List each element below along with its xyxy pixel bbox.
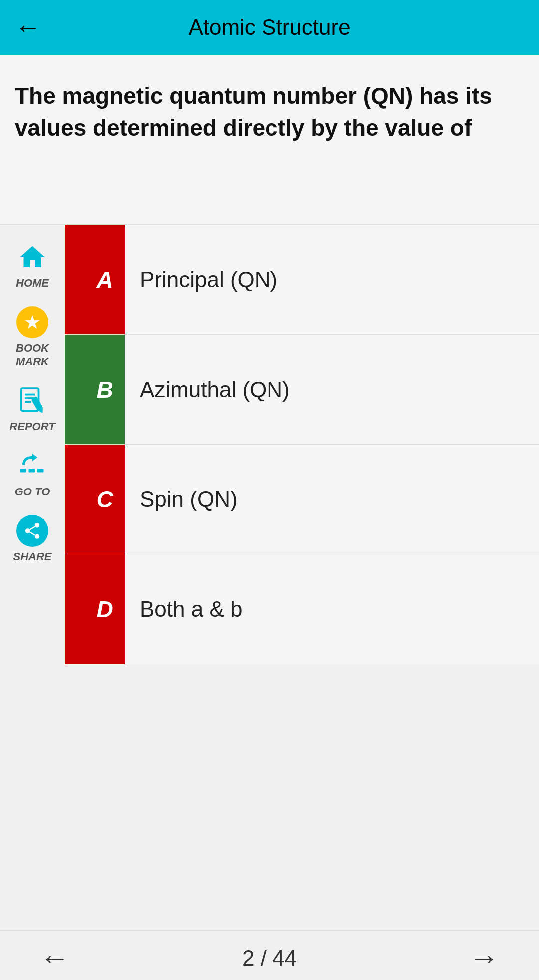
share-icon [15, 513, 50, 548]
sidebar-report-label: REPORT [9, 420, 55, 433]
back-button[interactable]: ← [15, 14, 41, 40]
option-row-a[interactable]: A Principal (QN) [65, 225, 539, 335]
option-bar-d [65, 554, 85, 664]
svg-rect-6 [20, 469, 26, 473]
sidebar-item-bookmark[interactable]: ★ BOOK MARK [0, 300, 65, 373]
sidebar-item-report[interactable]: REPORT [0, 378, 65, 438]
option-text-b: Azimuthal (QN) [125, 335, 539, 444]
svg-line-13 [30, 526, 35, 529]
option-letter-a: A [85, 225, 125, 334]
footer: ← 2 / 44 → [0, 930, 539, 980]
option-text-a: Principal (QN) [125, 225, 539, 334]
main-content: HOME ★ BOOK MARK [0, 225, 539, 930]
goto-icon [15, 449, 50, 484]
sidebar-item-share[interactable]: SHARE [0, 508, 65, 568]
sidebar-goto-label: GO TO [15, 486, 50, 498]
option-bar-c [65, 445, 85, 554]
header: ← Atomic Structure [0, 0, 539, 55]
sidebar-item-home[interactable]: HOME [0, 235, 65, 295]
option-letter-d: D [85, 554, 125, 664]
report-icon [15, 383, 50, 418]
option-text-c: Spin (QN) [125, 445, 539, 554]
svg-line-12 [30, 532, 35, 535]
svg-rect-7 [29, 469, 35, 473]
sidebar: HOME ★ BOOK MARK [0, 225, 65, 930]
next-button[interactable]: → [469, 941, 499, 975]
option-letter-b: B [85, 335, 125, 444]
option-row-c[interactable]: C Spin (QN) [65, 445, 539, 554]
sidebar-item-goto[interactable]: GO TO [0, 444, 65, 503]
svg-point-11 [35, 534, 40, 539]
svg-point-10 [25, 528, 30, 533]
home-icon [15, 240, 50, 275]
sidebar-home-label: HOME [16, 277, 49, 290]
svg-rect-8 [37, 469, 44, 473]
svg-point-9 [35, 523, 40, 528]
page-title: Atomic Structure [188, 15, 350, 40]
sidebar-share-label: SHARE [13, 550, 51, 563]
option-letter-c: C [85, 445, 125, 554]
page-info: 2 / 44 [242, 946, 297, 971]
option-bar-a [65, 225, 85, 334]
option-row-d[interactable]: D Both a & b [65, 554, 539, 664]
question-text: The magnetic quantum number (QN) has its… [15, 80, 524, 144]
option-text-d: Both a & b [125, 554, 539, 664]
option-row-b[interactable]: B Azimuthal (QN) [65, 335, 539, 445]
prev-button[interactable]: ← [40, 941, 70, 975]
question-area: The magnetic quantum number (QN) has its… [0, 55, 539, 225]
bookmark-icon: ★ [15, 305, 50, 340]
option-bar-b [65, 335, 85, 444]
sidebar-bookmark-label: BOOK MARK [0, 342, 65, 368]
options-area: A Principal (QN) B Azimuthal (QN) C Spin… [65, 225, 539, 930]
